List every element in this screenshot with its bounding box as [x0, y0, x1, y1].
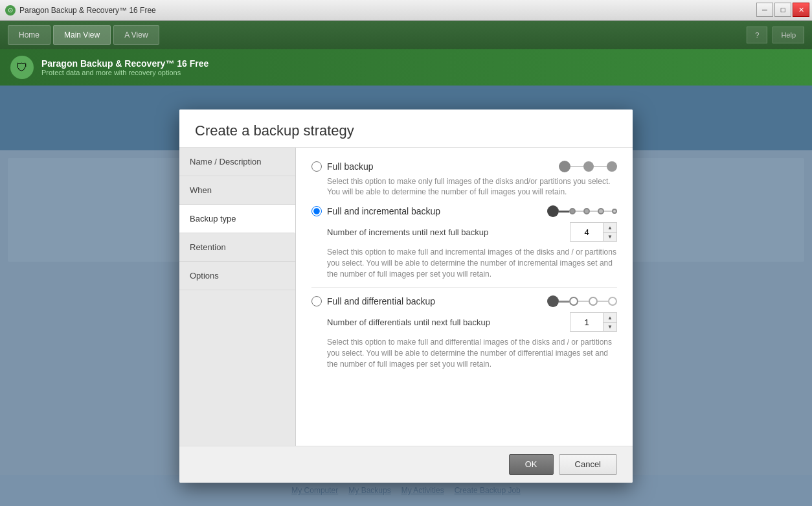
dialog-sidebar: Name / Description When Backup type Rete…	[179, 148, 296, 446]
differential-spin-up[interactable]: ▲	[603, 313, 616, 322]
tl-line-1	[570, 166, 583, 167]
differential-spinner-input[interactable]	[570, 313, 603, 331]
option-full-incremental: Full and incremental backup	[311, 205, 617, 279]
full-backup-desc: Select this option to make only full ima…	[327, 176, 617, 198]
tl-dot-diff-large	[547, 295, 559, 307]
maximize-button[interactable]: □	[774, 3, 791, 17]
incremental-spinner: ▲ ▼	[570, 222, 617, 242]
divider-1	[311, 287, 617, 288]
ok-button[interactable]: OK	[509, 454, 554, 475]
dialog-title: Create a backup strategy	[179, 109, 633, 148]
dialog-footer: OK Cancel	[179, 446, 633, 483]
app-header-icon: 🛡	[10, 56, 34, 79]
tl-dot-s3	[598, 208, 604, 214]
incremental-spin-down[interactable]: ▼	[603, 232, 616, 241]
app-header-subtitle: Protect data and more with recovery opti…	[41, 69, 209, 76]
tl-dot-s2	[583, 208, 590, 214]
sidebar-item-name-desc[interactable]: Name / Description	[179, 148, 295, 176]
tl-line-2	[594, 166, 607, 167]
differential-spinner: ▲ ▼	[570, 312, 617, 332]
incremental-spinner-input[interactable]	[570, 223, 603, 241]
full-incremental-radio[interactable]	[311, 206, 322, 216]
sidebar-item-options[interactable]: Options	[179, 262, 295, 290]
nav-a-view[interactable]: A View	[113, 25, 159, 45]
app-icon: ⊙	[5, 5, 16, 16]
sidebar-item-backup-type[interactable]: Backup type	[179, 205, 295, 233]
differential-spinner-label: Number of differentials until next full …	[327, 317, 570, 327]
tl-dot-large-1	[547, 205, 559, 217]
tl-line-s2	[590, 211, 598, 212]
tl-dot-diff-2	[589, 297, 598, 306]
tl-line-s3	[604, 211, 612, 212]
app-header-title: Paragon Backup & Recovery™ 16 Free	[41, 58, 209, 69]
differential-spin-down[interactable]: ▼	[603, 322, 616, 331]
differential-desc: Select this option to make full and diff…	[327, 337, 617, 369]
title-bar: ⊙ Paragon Backup & Recovery™ 16 Free ─ □…	[0, 0, 812, 21]
differential-timeline	[547, 295, 617, 307]
dialog-body: Name / Description When Backup type Rete…	[179, 148, 633, 446]
tl-dot-3	[607, 161, 617, 172]
nav-right: ? Help	[747, 27, 804, 43]
full-differential-radio[interactable]	[311, 296, 322, 306]
tl-line-thick-1	[559, 211, 569, 213]
modal-overlay: Create a backup strategy Name / Descript…	[0, 86, 812, 506]
nav-help-label[interactable]: Help	[773, 27, 804, 43]
differential-number-row: Number of differentials until next full …	[327, 312, 617, 332]
tl-line-diff-1	[559, 301, 569, 303]
incremental-spin-up[interactable]: ▲	[603, 223, 616, 232]
tl-dot-diff-3	[608, 297, 617, 306]
tl-dot-2	[583, 161, 594, 172]
tl-line-s1	[576, 211, 583, 212]
tl-dot-diff-1	[569, 297, 578, 306]
nav-home[interactable]: Home	[8, 25, 51, 45]
tl-dot-s1	[569, 208, 576, 214]
tl-dot-s4	[612, 209, 617, 214]
app-layout: Home Main View A View ? Help 🛡 Paragon B…	[0, 21, 812, 506]
full-backup-timeline	[559, 161, 617, 172]
tl-line-diff-2	[578, 301, 589, 302]
incremental-number-row: Number of increments until next full bac…	[327, 222, 617, 242]
content-area: My Computer My Backups My Activities Cre…	[0, 86, 812, 506]
sidebar-item-retention[interactable]: Retention	[179, 233, 295, 262]
full-backup-label[interactable]: Full backup	[311, 161, 617, 172]
dialog: Create a backup strategy Name / Descript…	[179, 109, 633, 483]
title-bar-controls: ─ □ ✕	[756, 3, 809, 17]
nav-help-btn[interactable]: ?	[747, 27, 767, 43]
full-differential-label[interactable]: Full and differential backup	[311, 295, 617, 307]
full-incremental-label[interactable]: Full and incremental backup	[311, 205, 617, 217]
differential-spinner-controls: ▲ ▼	[603, 313, 616, 331]
app-header-text: Paragon Backup & Recovery™ 16 Free Prote…	[41, 58, 209, 76]
tl-dot-1	[559, 161, 570, 172]
incremental-timeline	[547, 205, 617, 217]
title-bar-text: Paragon Backup & Recovery™ 16 Free	[19, 6, 156, 15]
minimize-button[interactable]: ─	[756, 3, 773, 17]
nav-main-view[interactable]: Main View	[53, 25, 111, 45]
option-full-backup: Full backup Select this o	[311, 161, 617, 198]
full-backup-radio[interactable]	[311, 161, 322, 172]
nav-bar: Home Main View A View ? Help	[0, 21, 812, 49]
sidebar-item-when[interactable]: When	[179, 176, 295, 205]
app-header: 🛡 Paragon Backup & Recovery™ 16 Free Pro…	[0, 49, 812, 86]
dialog-main: Full backup Select this o	[296, 148, 633, 446]
incremental-spinner-label: Number of increments until next full bac…	[327, 227, 570, 237]
cancel-button[interactable]: Cancel	[559, 454, 617, 475]
incremental-desc: Select this option to make full and incr…	[327, 247, 617, 279]
tl-line-diff-3	[598, 301, 608, 302]
option-full-differential: Full and differential backup	[311, 295, 617, 369]
incremental-spinner-controls: ▲ ▼	[603, 223, 616, 241]
close-button[interactable]: ✕	[793, 3, 809, 17]
